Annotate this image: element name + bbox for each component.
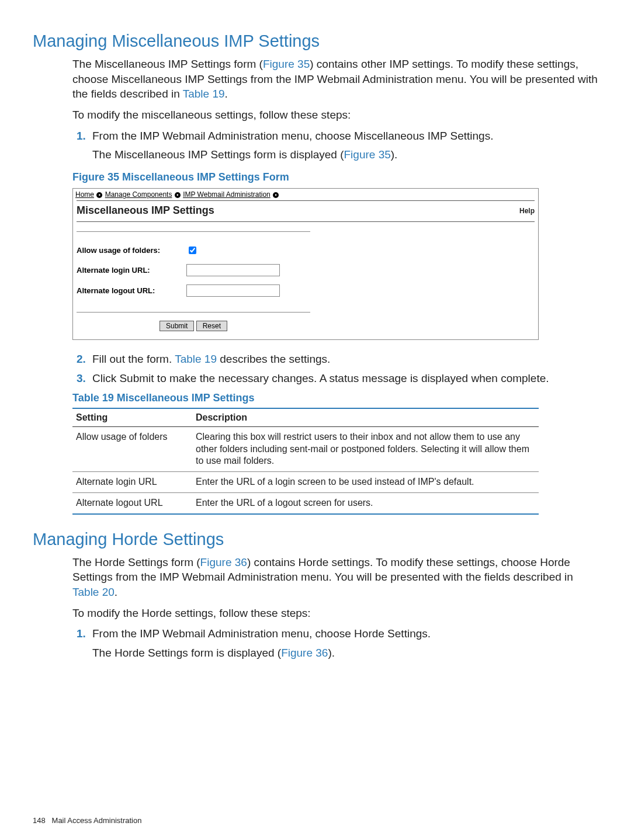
submit-button[interactable]: Submit [160, 321, 194, 331]
form-title: Miscellaneous IMP Settings [77, 204, 214, 217]
text: . [225, 88, 228, 100]
crumb-manage-components[interactable]: Manage Components [105, 190, 172, 199]
col-setting: Setting [72, 408, 192, 427]
text: ). [328, 647, 335, 659]
text: The Miscellaneous IMP Settings form ( [72, 58, 263, 70]
text: . [115, 586, 117, 598]
alternate-logout-input[interactable] [186, 284, 280, 297]
table-row: Alternate logout URL Enter the URL of a … [72, 493, 539, 514]
cell-setting: Allow usage of folders [72, 426, 192, 471]
intro-paragraph-2: To modify the miscellaneous settings, fo… [72, 107, 598, 123]
link-figure-35[interactable]: Figure 35 [263, 58, 310, 70]
text: The Miscellaneous IMP Settings form is d… [92, 148, 344, 161]
link-figure-36[interactable]: Figure 36 [200, 556, 247, 568]
form-buttons: Submit Reset [160, 321, 538, 331]
crumb-home[interactable]: Home [75, 190, 94, 199]
settings-table-19: Setting Description Allow usage of folde… [72, 408, 539, 515]
step-1-subtext: The Miscellaneous IMP Settings form is d… [92, 147, 598, 162]
allow-folders-checkbox[interactable] [189, 247, 196, 254]
field-label-logout: Alternate logout URL: [77, 286, 186, 295]
form-title-row: Miscellaneous IMP Settings Help [77, 200, 535, 222]
form-body: Allow usage of folders: Alternate login … [77, 231, 310, 313]
crumb-imp-webmail-admin[interactable]: IMP Webmail Administration [183, 190, 271, 199]
horde-intro-2: To modify the Horde settings, follow the… [72, 606, 598, 621]
field-allow-folders: Allow usage of folders: [77, 245, 310, 256]
reset-button[interactable]: Reset [196, 321, 227, 331]
link-figure-35[interactable]: Figure 35 [344, 148, 391, 161]
section-heading-misc-imp: Managing Miscellaneous IMP Settings [33, 32, 598, 51]
step-1: From the IMP Webmail Administration menu… [89, 626, 598, 660]
cell-desc: Enter the URL of a login screen to be us… [192, 472, 539, 493]
step-text: From the IMP Webmail Administration menu… [92, 627, 431, 640]
step-text: From the IMP Webmail Administration menu… [92, 130, 493, 142]
steps-list-1b: Fill out the form. Table 19 describes th… [72, 352, 598, 386]
cell-desc: Enter the URL of a logout screen for use… [192, 493, 539, 514]
text: Fill out the form. [92, 353, 175, 365]
page-number: 148 [33, 816, 46, 825]
arrow-icon: • [175, 192, 181, 198]
chapter-title: Mail Access Administration [52, 816, 142, 825]
help-link[interactable]: Help [519, 207, 535, 215]
field-login-url: Alternate login URL: [77, 264, 310, 276]
section-heading-horde: Managing Horde Settings [33, 530, 598, 549]
link-table-19[interactable]: Table 19 [183, 88, 225, 100]
field-label-login: Alternate login URL: [77, 266, 186, 275]
alternate-login-input[interactable] [186, 264, 280, 276]
step-2: Fill out the form. Table 19 describes th… [89, 352, 598, 367]
horde-intro-1: The Horde Settings form (Figure 36) cont… [72, 555, 598, 600]
step-3: Click Submit to make the necessary chang… [89, 371, 598, 386]
form-figure-35: Home • Manage Components • IMP Webmail A… [72, 188, 539, 340]
table-row: Alternate login URL Enter the URL of a l… [72, 472, 539, 493]
table-caption-19: Table 19 Miscellaneous IMP Settings [72, 392, 598, 404]
table-header-row: Setting Description [72, 408, 539, 427]
text: The Horde Settings form is displayed ( [92, 647, 281, 659]
figure-caption-35: Figure 35 Miscellaneous IMP Settings For… [72, 171, 598, 183]
step-1: From the IMP Webmail Administration menu… [89, 129, 598, 162]
cell-setting: Alternate logout URL [72, 493, 192, 514]
text: describes the settings. [217, 353, 330, 365]
link-table-19[interactable]: Table 19 [175, 353, 217, 365]
link-table-20[interactable]: Table 20 [72, 586, 115, 598]
field-label-allow: Allow usage of folders: [77, 246, 186, 255]
intro-paragraph-1: The Miscellaneous IMP Settings form (Fig… [72, 57, 598, 102]
breadcrumb: Home • Manage Components • IMP Webmail A… [73, 189, 538, 200]
table-row: Allow usage of folders Clearing this box… [72, 426, 539, 471]
link-figure-36[interactable]: Figure 36 [281, 647, 328, 659]
steps-list-2: From the IMP Webmail Administration menu… [72, 626, 598, 660]
text: ). [391, 148, 398, 161]
text: The Horde Settings form ( [72, 556, 200, 568]
page-footer: 148 Mail Access Administration [33, 816, 141, 825]
cell-desc: Clearing this box will restrict users to… [192, 426, 539, 471]
col-description: Description [192, 408, 539, 427]
cell-setting: Alternate login URL [72, 472, 192, 493]
field-logout-url: Alternate logout URL: [77, 284, 310, 297]
arrow-icon: • [273, 192, 279, 198]
step-1-subtext: The Horde Settings form is displayed (Fi… [92, 645, 598, 661]
step-text: Click Submit to make the necessary chang… [92, 372, 549, 384]
arrow-icon: • [96, 192, 102, 198]
steps-list-1: From the IMP Webmail Administration menu… [72, 129, 598, 162]
